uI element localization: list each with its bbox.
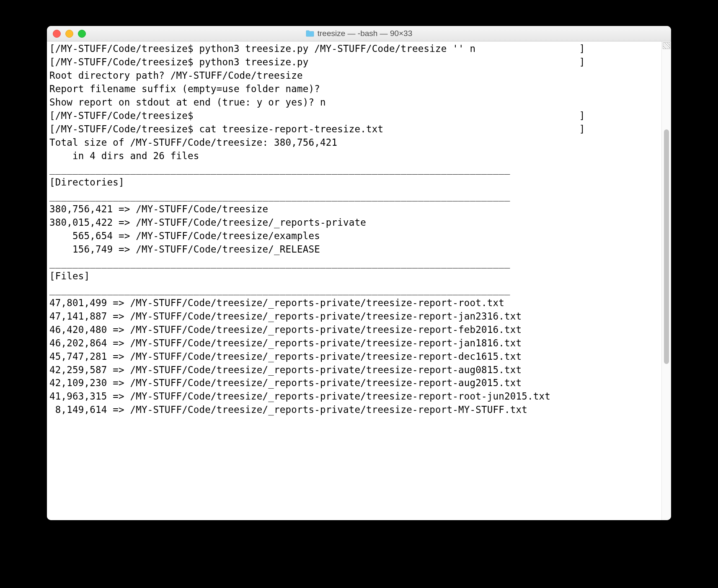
folder-icon <box>306 30 314 37</box>
terminal-line: 380,756,421 => /MY-STUFF/Code/treesize <box>49 203 659 216</box>
window-title-text: treesize — -bash — 90×33 <box>318 29 413 38</box>
terminal-line: [/MY-STUFF/Code/treesize$ python3 treesi… <box>49 56 659 69</box>
terminal-line: 156,749 => /MY-STUFF/Code/treesize/_RELE… <box>49 243 659 256</box>
titlebar: treesize — -bash — 90×33 <box>47 26 671 41</box>
terminal-line: 47,801,499 => /MY-STUFF/Code/treesize/_r… <box>49 297 659 310</box>
traffic-lights <box>47 30 86 38</box>
terminal-line: in 4 dirs and 26 files <box>49 150 659 163</box>
terminal-line: [/MY-STUFF/Code/treesize$ cat treesize-r… <box>49 123 659 136</box>
close-button[interactable] <box>53 30 61 38</box>
terminal-line: [/MY-STUFF/Code/treesize$ python3 treesi… <box>49 42 659 56</box>
terminal-line: 565,654 => /MY-STUFF/Code/treesize/examp… <box>49 230 659 243</box>
terminal-line: 380,015,422 => /MY-STUFF/Code/treesize/_… <box>49 216 659 230</box>
scrollbar-thumb[interactable] <box>664 129 669 364</box>
terminal-line: 47,141,887 => /MY-STUFF/Code/treesize/_r… <box>49 310 659 323</box>
terminal-line: [Files] <box>49 270 659 283</box>
window-title: treesize — -bash — 90×33 <box>47 29 671 38</box>
terminal-output[interactable]: [/MY-STUFF/Code/treesize$ python3 treesi… <box>47 41 661 520</box>
terminal-line: 42,109,230 => /MY-STUFF/Code/treesize/_r… <box>49 377 659 390</box>
terminal-line: ________________________________________… <box>49 283 659 297</box>
scrollbar-track[interactable] <box>661 41 671 520</box>
terminal-line: 46,202,864 => /MY-STUFF/Code/treesize/_r… <box>49 337 659 350</box>
terminal-line: [/MY-STUFF/Code/treesize$ ] <box>49 109 659 123</box>
terminal-line: ________________________________________… <box>49 189 659 203</box>
minimize-button[interactable] <box>65 30 73 38</box>
terminal-line: Total size of /MY-STUFF/Code/treesize: 3… <box>49 136 659 150</box>
terminal-line: 8,149,614 => /MY-STUFF/Code/treesize/_re… <box>49 403 659 417</box>
terminal-window: treesize — -bash — 90×33 [/MY-STUFF/Code… <box>47 26 671 520</box>
terminal-line: [Directories] <box>49 176 659 189</box>
scroll-hatch-icon <box>663 42 670 49</box>
terminal-line: Show report on stdout at end (true: y or… <box>49 96 659 109</box>
terminal-line: 45,747,281 => /MY-STUFF/Code/treesize/_r… <box>49 350 659 364</box>
terminal-line: ________________________________________… <box>49 162 659 176</box>
zoom-button[interactable] <box>78 30 86 38</box>
terminal-line: Report filename suffix (empty=use folder… <box>49 83 659 96</box>
terminal-line: ________________________________________… <box>49 256 659 270</box>
terminal-line: 42,259,587 => /MY-STUFF/Code/treesize/_r… <box>49 364 659 377</box>
terminal-line: 46,420,480 => /MY-STUFF/Code/treesize/_r… <box>49 323 659 337</box>
terminal-line: 41,963,315 => /MY-STUFF/Code/treesize/_r… <box>49 390 659 403</box>
content-area: [/MY-STUFF/Code/treesize$ python3 treesi… <box>47 41 671 520</box>
terminal-line: Root directory path? /MY-STUFF/Code/tree… <box>49 69 659 83</box>
